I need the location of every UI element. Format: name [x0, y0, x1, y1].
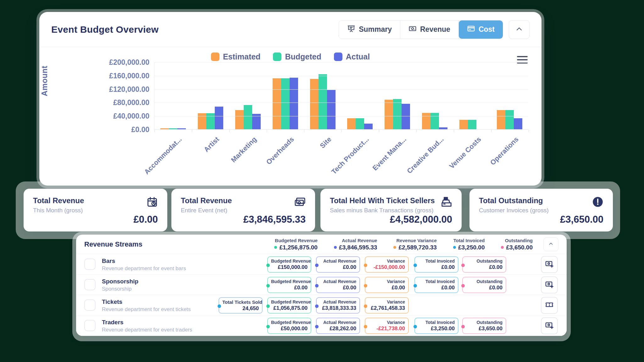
bar-budgeted[interactable]: [206, 113, 215, 129]
x-axis-tick: [416, 130, 417, 132]
bar-budgeted[interactable]: [393, 99, 402, 129]
pill-value: £50,000.00: [271, 326, 308, 332]
bar-budgeted[interactable]: [356, 118, 364, 129]
bar-budgeted[interactable]: [281, 78, 290, 129]
bar-estimated[interactable]: [273, 78, 281, 129]
gridline: [154, 116, 528, 116]
bar-estimated[interactable]: [459, 120, 468, 129]
legend-item-actual[interactable]: Actual: [334, 52, 370, 61]
row-checkbox[interactable]: [84, 259, 96, 270]
pill-dot: [315, 325, 319, 328]
summary-stat-dot: [274, 246, 277, 249]
bar-estimated[interactable]: [497, 110, 505, 129]
pill-label: Budgeted Revenue: [271, 299, 308, 304]
pill-dot: [266, 304, 270, 308]
summary-stat-amount: £3,250.00: [458, 244, 485, 251]
bar-estimated[interactable]: [422, 113, 430, 129]
summary-stat-label: Total Invoiced: [453, 238, 485, 243]
row-checkbox[interactable]: [84, 279, 96, 290]
bar-estimated[interactable]: [198, 113, 206, 129]
metric-pill-outstanding: Outstanding£0.00: [462, 277, 506, 293]
bar-actual[interactable]: [215, 107, 223, 129]
legend-label: Estimated: [223, 52, 260, 61]
pill-value: £0.00: [369, 285, 405, 291]
revenue-stream-row-tickets: TicketsRevenue department for event tick…: [76, 295, 567, 315]
stat-card-value: £0.00: [33, 214, 158, 225]
x-axis-category-label: Accommodat...: [142, 135, 183, 176]
summary-stat-dot: [334, 246, 337, 249]
metric-pill-outstanding: Outstanding£0.00: [462, 256, 506, 273]
bar-actual[interactable]: [177, 128, 186, 129]
row-checkbox[interactable]: [84, 320, 96, 331]
budget-view-tabs: SummaryRevenueCost: [339, 20, 503, 39]
bar-group: [491, 62, 528, 129]
metric-pill-actual: Actual Revenue£3,818,333.33: [316, 297, 360, 314]
pill-dot: [414, 264, 417, 267]
y-axis-tick-label: £0.00: [131, 125, 149, 134]
bar-actual[interactable]: [364, 124, 373, 129]
row-action-button[interactable]: [541, 297, 558, 314]
stat-card-3: Total Held With Ticket SellersSales minu…: [320, 189, 462, 231]
legend-swatch: [334, 53, 342, 61]
collapse-card-button[interactable]: [509, 20, 530, 39]
bar-budgeted[interactable]: [505, 110, 514, 129]
row-action-button[interactable]: [541, 317, 558, 334]
bar-actual[interactable]: [514, 118, 522, 129]
pill-dot: [461, 264, 465, 267]
pill-value: £0.00: [320, 285, 356, 291]
metric-pill-invoiced: Total Invoiced£3,250.00: [414, 318, 458, 334]
x-axis-tick: [267, 130, 267, 132]
bar-actual[interactable]: [327, 90, 336, 129]
bar-actual[interactable]: [290, 78, 298, 129]
pill-value: -£150,000.00: [369, 264, 405, 270]
bar-estimated[interactable]: [385, 100, 393, 129]
row-name: Traders: [102, 319, 124, 326]
bar-chart-plot: £200,000.00£160,000.00£120,000.00£80,000…: [154, 62, 528, 130]
bar-group: [304, 62, 341, 129]
row-action-button[interactable]: [541, 276, 558, 293]
pill-dot: [315, 304, 319, 308]
summary-stat: Budgeted Revenue£1,256,875.00: [274, 238, 318, 251]
bar-estimated[interactable]: [160, 128, 169, 129]
bar-estimated[interactable]: [347, 118, 356, 129]
gridline: [154, 89, 528, 90]
pill-dot: [315, 284, 319, 287]
pill-value: £0.00: [320, 264, 356, 270]
pill-value: 24,650: [222, 305, 259, 312]
bar-budgeted[interactable]: [430, 113, 439, 129]
summary-stat-value: £3,250.00: [453, 244, 485, 251]
bar-actual[interactable]: [439, 127, 447, 129]
bar-budgeted[interactable]: [319, 74, 327, 129]
metric-pill-actual: Actual Revenue£28,262.00: [316, 318, 360, 334]
collapse-revenue-streams-button[interactable]: [543, 237, 558, 251]
row-checkbox[interactable]: [84, 299, 96, 311]
pill-dot: [364, 284, 367, 287]
legend-item-budgeted[interactable]: Budgeted: [273, 52, 321, 61]
page-title: Event Budget Overview: [51, 24, 158, 35]
bar-estimated[interactable]: [235, 110, 244, 129]
bar-actual[interactable]: [402, 104, 410, 129]
tab-cost[interactable]: Cost: [459, 20, 503, 39]
stat-card-value: £3,846,595.33: [181, 214, 306, 225]
pill-dot: [364, 325, 367, 328]
pill-label: Total Tickets Sold: [222, 299, 259, 305]
legend-item-estimated[interactable]: Estimated: [211, 52, 260, 61]
row-action-button[interactable]: [541, 256, 558, 273]
tab-revenue[interactable]: Revenue: [400, 20, 459, 39]
bar-estimated[interactable]: [310, 79, 319, 130]
tab-summary[interactable]: Summary: [339, 20, 400, 39]
bar-budgeted[interactable]: [468, 120, 476, 129]
pill-label: Actual Revenue: [320, 279, 356, 284]
stat-card-1: Total RevenueThis Month (gross)£0.00: [24, 189, 167, 231]
y-axis-title: Amount: [40, 66, 49, 96]
revenue-streams-summary: Budgeted Revenue£1,256,875.00Actual Reve…: [274, 238, 533, 251]
bar-budgeted[interactable]: [169, 128, 177, 129]
summary-stat-label: Budgeted Revenue: [274, 238, 318, 243]
pill-value: £3,250.00: [418, 326, 455, 332]
row-name: Sponsorship: [102, 278, 138, 285]
stat-card-title: Total Revenue: [33, 196, 84, 205]
pill-label: Actual Revenue: [320, 299, 356, 304]
metric-pill-invoiced: Total Invoiced£0.00: [414, 256, 458, 273]
summary-stat-value: £2,589,720.33: [393, 244, 437, 251]
bar-budgeted[interactable]: [244, 105, 252, 129]
